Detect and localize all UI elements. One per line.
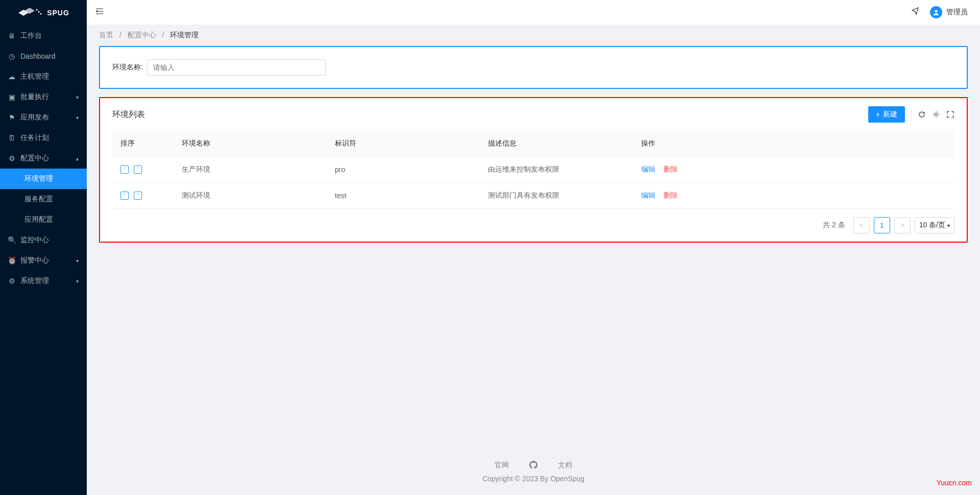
cell-description: 由运维来控制发布权限 (480, 157, 633, 183)
col-actions: 操作 (633, 131, 954, 157)
notification-icon[interactable] (912, 7, 920, 17)
sidebar-item-env[interactable]: 环境管理 (0, 169, 87, 189)
logo-icon (17, 7, 43, 19)
reload-icon[interactable] (918, 110, 926, 119)
sidebar-item-batch[interactable]: ▣批量执行▾ (0, 87, 87, 107)
breadcrumb: 首页 / 配置中心 / 环境管理 (87, 25, 980, 46)
prev-page-button[interactable]: < (853, 217, 870, 233)
sidebar: SPUG 🖥工作台 ◷Dashboard ☁主机管理 ▣批量执行▾ ⚑应用发布▾… (0, 0, 87, 495)
search-label: 环境名称: (112, 63, 143, 72)
footer-link-docs[interactable]: 文档 (558, 461, 572, 470)
chevron-down-icon: ▾ (76, 115, 79, 121)
sidebar-item-hosts[interactable]: ☁主机管理 (0, 66, 87, 87)
edit-link[interactable]: 编辑 (641, 165, 655, 173)
col-identifier: 标识符 (327, 131, 480, 157)
move-down-icon[interactable]: ˅ (134, 192, 142, 200)
user-name: 管理员 (946, 8, 968, 17)
cell-description: 测试部门具有发布权限 (480, 183, 633, 209)
cell-name: 生产环境 (174, 157, 327, 183)
new-button[interactable]: + 新建 (868, 106, 905, 123)
sidebar-item-config[interactable]: ⚙配置中心▴ (0, 148, 87, 169)
breadcrumb-home[interactable]: 首页 (99, 31, 113, 39)
table-row: ˄˅ 生产环境 pro 由运维来控制发布权限 编辑删除 (112, 157, 954, 183)
sidebar-item-alert[interactable]: ⏰报警中心▾ (0, 250, 87, 271)
footer: 官网 文档 Copyright © 2023 By OpenSpug (87, 453, 980, 495)
sidebar-menu: 🖥工作台 ◷Dashboard ☁主机管理 ▣批量执行▾ ⚑应用发布▾ 🗓任务计… (0, 26, 87, 291)
setting-icon[interactable] (932, 110, 940, 119)
sidebar-item-system[interactable]: ⚙系统管理▾ (0, 271, 87, 291)
user-menu[interactable]: 管理员 (930, 6, 968, 18)
svg-point-0 (36, 9, 38, 11)
desktop-icon: 🖥 (8, 32, 15, 39)
cloud-icon: ☁ (8, 73, 15, 80)
chevron-down-icon: ▾ (76, 278, 79, 284)
pagination: 共 2 条 < 1 > 10 条/页▾ (112, 217, 954, 233)
sidebar-item-app[interactable]: 应用配置 (0, 209, 87, 230)
svg-point-3 (935, 10, 938, 13)
footer-link-site[interactable]: 官网 (495, 461, 509, 470)
menu-fold-icon[interactable] (95, 7, 104, 18)
breadcrumb-current: 环境管理 (170, 31, 199, 39)
logo[interactable]: SPUG (0, 0, 87, 26)
alert-icon: ⏰ (8, 257, 15, 264)
col-description: 描述信息 (480, 131, 633, 157)
chevron-up-icon: ▴ (76, 156, 79, 161)
avatar-icon (930, 6, 942, 18)
svg-point-1 (38, 11, 40, 13)
sidebar-item-monitor[interactable]: 🔍监控中心 (0, 230, 87, 250)
page-size-select[interactable]: 10 条/页▾ (915, 217, 954, 233)
sidebar-item-dashboard[interactable]: ◷Dashboard (0, 46, 87, 66)
cell-name: 测试环境 (174, 183, 327, 209)
list-panel: 环境列表 + 新建 排序 (99, 97, 968, 243)
list-title: 环境列表 (112, 109, 145, 120)
deploy-icon: ⚙ (8, 155, 15, 162)
move-up-icon[interactable]: ˄ (120, 192, 129, 200)
header: 管理员 (87, 0, 980, 25)
breadcrumb-center[interactable]: 配置中心 (128, 31, 156, 39)
sidebar-item-deploy[interactable]: ⚑应用发布▾ (0, 107, 87, 128)
move-down-icon[interactable]: ˅ (134, 166, 142, 174)
col-name: 环境名称 (174, 131, 327, 157)
next-page-button[interactable]: > (894, 217, 911, 233)
delete-link[interactable]: 删除 (664, 191, 678, 199)
flag-icon: ⚑ (8, 114, 15, 121)
env-table: 排序 环境名称 标识符 描述信息 操作 ˄˅ 生产环境 pro 由运维来控制发布 (112, 131, 954, 209)
fullscreen-icon[interactable] (946, 110, 954, 119)
chevron-down-icon: ▾ (76, 258, 79, 264)
footer-link-github[interactable] (529, 461, 537, 470)
table-row: ˄˅ 测试环境 test 测试部门具有发布权限 编辑删除 (112, 183, 954, 209)
svg-point-2 (40, 13, 42, 15)
dashboard-icon: ◷ (8, 53, 15, 60)
search-input[interactable] (147, 59, 326, 76)
monitor-icon: 🔍 (8, 237, 15, 244)
cell-identifier: test (327, 183, 480, 209)
svg-point-4 (935, 113, 937, 115)
code-icon: ▣ (8, 93, 15, 101)
plus-icon: + (876, 110, 880, 119)
page-total: 共 2 条 (823, 221, 845, 230)
chevron-down-icon: ▾ (947, 223, 950, 228)
copyright: Copyright © 2023 By OpenSpug (87, 475, 980, 483)
watermark: Yuucn.com (937, 479, 972, 487)
delete-link[interactable]: 删除 (664, 165, 678, 173)
page-number-button[interactable]: 1 (874, 217, 890, 233)
chevron-down-icon: ▾ (76, 95, 79, 100)
setting-icon: ⚙ (8, 277, 15, 285)
search-panel: 环境名称: (99, 46, 968, 89)
move-up-icon[interactable]: ˄ (120, 166, 129, 174)
col-sort: 排序 (112, 131, 174, 157)
cell-identifier: pro (327, 157, 480, 183)
sidebar-item-workbench[interactable]: 🖥工作台 (0, 26, 87, 46)
edit-link[interactable]: 编辑 (641, 191, 655, 199)
schedule-icon: 🗓 (8, 134, 15, 142)
sidebar-item-service[interactable]: 服务配置 (0, 189, 87, 209)
logo-text: SPUG (47, 9, 69, 17)
sidebar-item-schedule[interactable]: 🗓任务计划 (0, 128, 87, 148)
